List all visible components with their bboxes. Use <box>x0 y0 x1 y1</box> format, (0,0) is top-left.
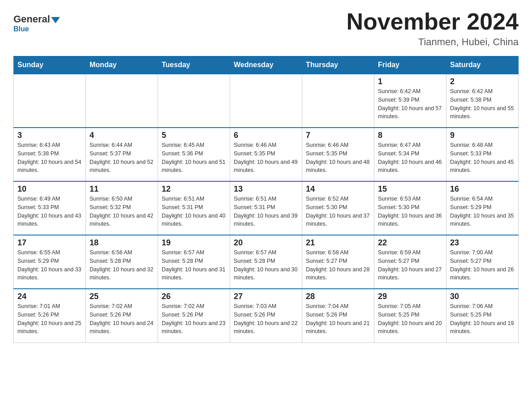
day-info: Sunrise: 7:06 AMSunset: 5:25 PMDaylight:… <box>450 302 515 336</box>
col-monday: Monday <box>86 56 158 74</box>
day-info: Sunrise: 6:57 AMSunset: 5:28 PMDaylight:… <box>162 248 226 282</box>
day-number: 2 <box>450 77 515 86</box>
day-number: 30 <box>450 292 515 301</box>
table-row: 27Sunrise: 7:03 AMSunset: 5:26 PMDayligh… <box>230 289 302 342</box>
day-info: Sunrise: 6:52 AMSunset: 5:30 PMDaylight:… <box>306 195 370 228</box>
table-row <box>158 74 230 128</box>
week-row-1: 1Sunrise: 6:42 AMSunset: 5:39 PMDaylight… <box>14 74 519 128</box>
day-info: Sunrise: 7:05 AMSunset: 5:25 PMDaylight:… <box>378 302 442 336</box>
day-number: 6 <box>234 131 298 140</box>
day-number: 22 <box>378 238 442 248</box>
day-info: Sunrise: 6:42 AMSunset: 5:39 PMDaylight:… <box>378 87 442 121</box>
table-row: 17Sunrise: 6:55 AMSunset: 5:29 PMDayligh… <box>14 235 86 289</box>
day-info: Sunrise: 6:51 AMSunset: 5:31 PMDaylight:… <box>234 195 298 228</box>
col-wednesday: Wednesday <box>230 56 302 74</box>
day-info: Sunrise: 7:03 AMSunset: 5:26 PMDaylight:… <box>234 302 298 336</box>
col-tuesday: Tuesday <box>158 56 230 74</box>
table-row: 15Sunrise: 6:53 AMSunset: 5:30 PMDayligh… <box>374 181 446 235</box>
table-row <box>230 74 302 128</box>
table-row <box>86 74 158 128</box>
calendar-title: November 2024 <box>347 9 519 34</box>
week-row-2: 3Sunrise: 6:43 AMSunset: 5:38 PMDaylight… <box>14 128 519 181</box>
table-row: 7Sunrise: 6:46 AMSunset: 5:35 PMDaylight… <box>302 128 374 181</box>
calendar-table: Sunday Monday Tuesday Wednesday Thursday… <box>13 56 519 343</box>
table-row: 24Sunrise: 7:01 AMSunset: 5:26 PMDayligh… <box>14 289 86 342</box>
day-number: 8 <box>378 131 442 140</box>
calendar-subtitle: Tianmen, Hubei, China <box>347 36 519 48</box>
day-info: Sunrise: 7:02 AMSunset: 5:26 PMDaylight:… <box>162 302 226 336</box>
week-row-3: 10Sunrise: 6:49 AMSunset: 5:33 PMDayligh… <box>14 181 519 235</box>
day-info: Sunrise: 7:01 AMSunset: 5:26 PMDaylight:… <box>17 302 82 336</box>
table-row: 22Sunrise: 6:59 AMSunset: 5:27 PMDayligh… <box>374 235 446 289</box>
logo: General Blue <box>13 13 60 33</box>
day-info: Sunrise: 6:57 AMSunset: 5:28 PMDaylight:… <box>234 248 298 282</box>
table-row <box>302 74 374 128</box>
logo-general-text: General <box>13 13 50 25</box>
table-row: 13Sunrise: 6:51 AMSunset: 5:31 PMDayligh… <box>230 181 302 235</box>
table-row: 4Sunrise: 6:44 AMSunset: 5:37 PMDaylight… <box>86 128 158 181</box>
table-row: 25Sunrise: 7:02 AMSunset: 5:26 PMDayligh… <box>86 289 158 342</box>
table-row: 23Sunrise: 7:00 AMSunset: 5:27 PMDayligh… <box>446 235 519 289</box>
day-info: Sunrise: 7:02 AMSunset: 5:26 PMDaylight:… <box>90 302 154 336</box>
day-info: Sunrise: 6:44 AMSunset: 5:37 PMDaylight:… <box>90 141 154 175</box>
day-number: 28 <box>306 292 370 301</box>
day-info: Sunrise: 6:53 AMSunset: 5:30 PMDaylight:… <box>378 195 442 228</box>
day-number: 13 <box>234 184 298 194</box>
day-info: Sunrise: 6:50 AMSunset: 5:32 PMDaylight:… <box>90 195 154 228</box>
day-number: 10 <box>17 184 82 194</box>
table-row <box>14 74 86 128</box>
day-info: Sunrise: 6:46 AMSunset: 5:35 PMDaylight:… <box>306 141 370 175</box>
table-row: 11Sunrise: 6:50 AMSunset: 5:32 PMDayligh… <box>86 181 158 235</box>
day-number: 3 <box>17 131 82 140</box>
table-row: 5Sunrise: 6:45 AMSunset: 5:36 PMDaylight… <box>158 128 230 181</box>
col-saturday: Saturday <box>446 56 519 74</box>
day-number: 7 <box>306 131 370 140</box>
table-row: 2Sunrise: 6:42 AMSunset: 5:38 PMDaylight… <box>446 74 519 128</box>
day-info: Sunrise: 6:59 AMSunset: 5:27 PMDaylight:… <box>378 248 442 282</box>
day-number: 4 <box>90 131 154 140</box>
day-info: Sunrise: 7:04 AMSunset: 5:26 PMDaylight:… <box>306 302 370 336</box>
table-row: 21Sunrise: 6:58 AMSunset: 5:27 PMDayligh… <box>302 235 374 289</box>
day-info: Sunrise: 6:48 AMSunset: 5:33 PMDaylight:… <box>450 141 515 175</box>
day-info: Sunrise: 6:47 AMSunset: 5:34 PMDaylight:… <box>378 141 442 175</box>
title-area: November 2024 Tianmen, Hubei, China <box>347 9 519 48</box>
table-row: 26Sunrise: 7:02 AMSunset: 5:26 PMDayligh… <box>158 289 230 342</box>
table-row: 19Sunrise: 6:57 AMSunset: 5:28 PMDayligh… <box>158 235 230 289</box>
day-number: 24 <box>17 292 82 301</box>
table-row: 16Sunrise: 6:54 AMSunset: 5:29 PMDayligh… <box>446 181 519 235</box>
day-number: 25 <box>90 292 154 301</box>
day-number: 20 <box>234 238 298 248</box>
day-number: 1 <box>378 77 442 86</box>
day-info: Sunrise: 6:46 AMSunset: 5:35 PMDaylight:… <box>234 141 298 175</box>
table-row: 30Sunrise: 7:06 AMSunset: 5:25 PMDayligh… <box>446 289 519 342</box>
day-number: 11 <box>90 184 154 194</box>
day-info: Sunrise: 6:55 AMSunset: 5:29 PMDaylight:… <box>17 248 82 282</box>
day-info: Sunrise: 6:58 AMSunset: 5:27 PMDaylight:… <box>306 248 370 282</box>
day-number: 23 <box>450 238 515 248</box>
table-row: 14Sunrise: 6:52 AMSunset: 5:30 PMDayligh… <box>302 181 374 235</box>
table-row: 12Sunrise: 6:51 AMSunset: 5:31 PMDayligh… <box>158 181 230 235</box>
day-number: 5 <box>162 131 226 140</box>
header: General Blue November 2024 Tianmen, Hube… <box>13 9 519 48</box>
table-row: 10Sunrise: 6:49 AMSunset: 5:33 PMDayligh… <box>14 181 86 235</box>
table-row: 28Sunrise: 7:04 AMSunset: 5:26 PMDayligh… <box>302 289 374 342</box>
table-row: 6Sunrise: 6:46 AMSunset: 5:35 PMDaylight… <box>230 128 302 181</box>
table-row: 20Sunrise: 6:57 AMSunset: 5:28 PMDayligh… <box>230 235 302 289</box>
day-info: Sunrise: 6:54 AMSunset: 5:29 PMDaylight:… <box>450 195 515 228</box>
logo-blue-text: Blue <box>13 25 29 33</box>
day-info: Sunrise: 7:00 AMSunset: 5:27 PMDaylight:… <box>450 248 515 282</box>
day-number: 21 <box>306 238 370 248</box>
day-number: 27 <box>234 292 298 301</box>
day-info: Sunrise: 6:43 AMSunset: 5:38 PMDaylight:… <box>17 141 82 175</box>
day-number: 19 <box>162 238 226 248</box>
day-info: Sunrise: 6:51 AMSunset: 5:31 PMDaylight:… <box>162 195 226 228</box>
table-row: 18Sunrise: 6:56 AMSunset: 5:28 PMDayligh… <box>86 235 158 289</box>
table-row: 9Sunrise: 6:48 AMSunset: 5:33 PMDaylight… <box>446 128 519 181</box>
day-info: Sunrise: 6:49 AMSunset: 5:33 PMDaylight:… <box>17 195 82 228</box>
week-row-4: 17Sunrise: 6:55 AMSunset: 5:29 PMDayligh… <box>14 235 519 289</box>
day-number: 15 <box>378 184 442 194</box>
table-row: 8Sunrise: 6:47 AMSunset: 5:34 PMDaylight… <box>374 128 446 181</box>
col-friday: Friday <box>374 56 446 74</box>
day-number: 18 <box>90 238 154 248</box>
day-number: 29 <box>378 292 442 301</box>
